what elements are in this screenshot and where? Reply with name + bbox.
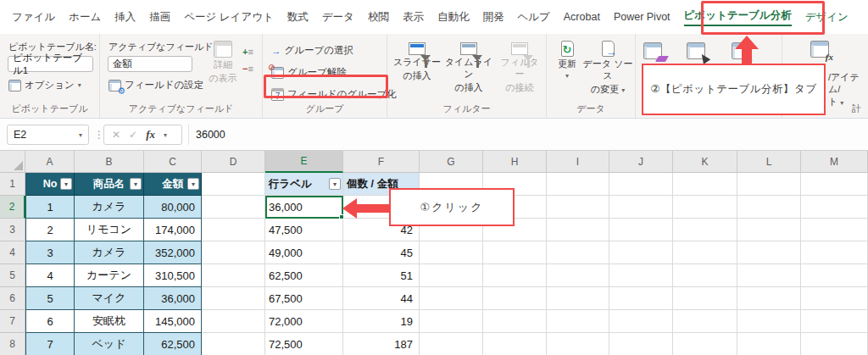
col-header-G[interactable]: G [420,151,483,173]
cell-B2[interactable]: カメラ [75,196,144,219]
cell-M1[interactable] [801,173,868,196]
expand-field-button[interactable]: +≡ [242,47,253,57]
cell-A3[interactable]: 2 [25,219,75,241]
filter-dropdown-icon[interactable]: ▾ [187,178,199,190]
options-button[interactable]: オプション ▾ [8,79,81,92]
cell-A5[interactable]: 4 [25,264,75,287]
cell-M3[interactable] [801,219,868,241]
cell-K4[interactable] [673,241,737,264]
ribbon-tab-7[interactable]: データ [315,0,361,34]
cell-B1[interactable]: 商品名▾ [75,173,144,196]
cell-I4[interactable] [547,241,609,264]
cell-G5[interactable] [420,264,483,287]
collapse-field-button[interactable]: −≡ [242,64,253,74]
cell-K5[interactable] [673,264,737,287]
cell-I8[interactable] [547,333,609,355]
change-data-source-button[interactable]: → データ ソース の変更 ▾ [582,41,633,95]
cell-J4[interactable] [609,241,673,264]
cell-M2[interactable] [801,196,868,219]
cell-D6[interactable] [202,287,265,310]
cell-E5[interactable]: 62,500 [265,264,343,287]
col-header-E[interactable]: E [265,151,343,173]
ribbon-tab-14[interactable]: Power Pivot [607,0,677,34]
row-header-7[interactable]: 7 [0,310,25,333]
cell-H6[interactable] [483,287,547,310]
col-header-B[interactable]: B [75,151,144,173]
cell-J7[interactable] [609,310,673,333]
ribbon-tab-3[interactable]: 挿入 [108,0,142,34]
cell-M5[interactable] [801,264,868,287]
col-header-D[interactable]: D [202,151,265,173]
ribbon-tab-4[interactable]: 描画 [142,0,177,34]
cell-C6[interactable]: 36,000 [144,287,202,310]
cell-K3[interactable] [673,219,737,241]
insert-timeline-button[interactable]: タイムライン の挿入 [443,42,494,93]
select-button[interactable] [687,42,705,59]
cell-L5[interactable] [737,264,801,287]
name-box[interactable]: E2 ▾ [7,125,89,145]
cell-A2[interactable]: 1 [25,196,75,219]
ribbon-tab-2[interactable]: ホーム [62,0,108,34]
clear-button[interactable] [643,42,662,59]
field-settings-button[interactable]: ⚙ フィールドの設定 [108,79,203,92]
cell-J2[interactable] [609,196,673,219]
cell-C4[interactable]: 352,000 [144,241,202,264]
cell-J6[interactable] [609,287,673,310]
cell-D4[interactable] [202,241,265,264]
col-header-M[interactable]: M [801,151,868,173]
cell-L7[interactable] [737,310,801,333]
filter-dropdown-icon[interactable]: ▾ [130,178,142,190]
ribbon-tab-1[interactable]: ファイル [5,0,62,34]
cell-I5[interactable] [547,264,609,287]
cell-G8[interactable] [420,333,483,355]
enter-icon[interactable]: ✓ [129,129,137,141]
cell-F8[interactable]: 187 [343,333,420,355]
cell-H4[interactable] [483,241,547,264]
col-header-F[interactable]: F [343,151,420,173]
cell-J8[interactable] [609,333,673,355]
cell-E6[interactable]: 67,500 [265,287,343,310]
cell-D5[interactable] [202,264,265,287]
ribbon-tab-12[interactable]: ヘルプ [510,0,556,34]
cell-G4[interactable] [420,241,483,264]
cell-J1[interactable] [609,173,673,196]
cell-B6[interactable]: マイク [75,287,144,310]
cell-C1[interactable]: 金額▾ [144,173,202,196]
cell-J3[interactable] [609,219,673,241]
formula-input[interactable]: 36000 [188,125,865,145]
col-header-L[interactable]: L [737,151,801,173]
cell-K7[interactable] [673,310,737,333]
cell-G7[interactable] [420,310,483,333]
col-header-I[interactable]: I [547,151,609,173]
cell-B7[interactable]: 安眠枕 [75,310,144,333]
cell-M6[interactable] [801,287,868,310]
cell-F6[interactable]: 44 [343,287,420,310]
cell-B8[interactable]: ベッド [75,333,144,355]
refresh-button[interactable]: ↻ 更新 ▾ [552,41,582,80]
cell-B3[interactable]: リモコン [75,219,144,241]
cell-A7[interactable]: 6 [25,310,75,333]
cell-C7[interactable]: 145,000 [144,310,202,333]
cell-H5[interactable] [483,264,547,287]
col-header-H[interactable]: H [483,151,547,173]
cell-L2[interactable] [737,196,801,219]
cell-E8[interactable]: 72,500 [265,333,343,355]
cell-E7[interactable]: 72,000 [265,310,343,333]
cell-E2[interactable]: 36,000 [265,196,343,219]
cell-B5[interactable]: カーテン [75,264,144,287]
cell-D2[interactable] [202,196,265,219]
ribbon-tab-5[interactable]: ページ レイアウト [177,0,281,34]
cell-A1[interactable]: No▾ [25,173,75,196]
cell-B4[interactable]: カメラ [75,241,144,264]
row-header-4[interactable]: 4 [0,241,25,264]
cell-C3[interactable]: 174,000 [144,219,202,241]
filter-dropdown-icon[interactable]: ▾ [329,178,341,190]
ribbon-tab-11[interactable]: 開発 [476,0,510,34]
row-header-1[interactable]: 1 [0,173,25,196]
ribbon-tab-10[interactable]: 自動化 [431,0,476,34]
cell-M7[interactable] [801,310,868,333]
insert-slicer-button[interactable]: スライサー の挿入 [392,42,442,82]
cell-L1[interactable] [737,173,801,196]
cell-L6[interactable] [737,287,801,310]
cell-K6[interactable] [673,287,737,310]
